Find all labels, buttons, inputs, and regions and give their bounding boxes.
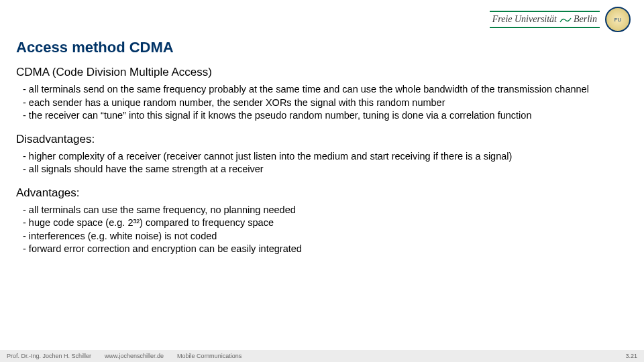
list-item: higher complexity of a receiver (receive… xyxy=(23,150,628,163)
list-item: the receiver can “tune” into this signal… xyxy=(23,109,628,122)
slide-content: Access method CDMA CDMA (Code Division M… xyxy=(16,39,628,266)
logo-flourish-icon xyxy=(559,17,572,23)
list-item: forward error correction and encryption … xyxy=(23,243,628,255)
footer-author: Prof. Dr.-Ing. Jochen H. Schiller xyxy=(7,353,91,359)
slide-footer: Prof. Dr.-Ing. Jochen H. Schiller www.jo… xyxy=(0,350,644,362)
list-item: all terminals send on the same frequency… xyxy=(23,83,628,96)
list-item: all terminals can use the same frequency… xyxy=(23,204,628,217)
logo-suffix: Berlin xyxy=(574,14,597,24)
bullet-list: all terminals send on the same frequency… xyxy=(16,83,628,122)
bullet-list: higher complexity of a receiver (receive… xyxy=(16,150,628,176)
logo-name: Freie Universität xyxy=(492,14,557,24)
seal-icon: FU xyxy=(605,7,631,32)
section-heading-cdma: CDMA (Code Division Multiple Access) xyxy=(16,66,628,79)
footer-url: www.jochenschiller.de xyxy=(105,353,164,359)
footer-course: Mobile Communications xyxy=(177,353,241,359)
list-item: each sender has a unique random number, … xyxy=(23,97,628,109)
list-item: interferences (e.g. white noise) is not … xyxy=(23,230,628,243)
list-item: huge code space (e.g. 2³²) compared to f… xyxy=(23,217,628,229)
logo-text: Freie Universität Berlin xyxy=(490,11,600,28)
slide-title: Access method CDMA xyxy=(16,39,628,56)
list-item: all signals should have the same strengt… xyxy=(23,163,628,176)
bullet-list: all terminals can use the same frequency… xyxy=(16,204,628,255)
section-heading-advantages: Advantages: xyxy=(16,186,628,200)
footer-page-number: 3.21 xyxy=(625,353,637,359)
section-heading-disadvantages: Disadvantages: xyxy=(16,133,628,146)
university-logo: Freie Universität Berlin FU xyxy=(490,7,631,32)
